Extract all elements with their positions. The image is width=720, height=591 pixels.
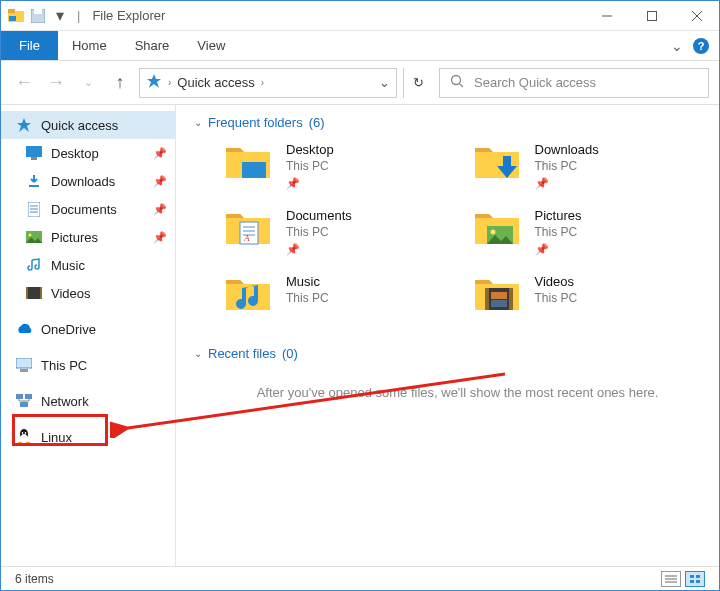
sidebar-item-downloads[interactable]: Downloads 📌 [1, 167, 175, 195]
pin-icon: 📌 [286, 177, 334, 190]
svg-marker-12 [17, 118, 31, 132]
ribbon: File Home Share View ⌄ ? [1, 31, 719, 61]
sidebar-item-pictures[interactable]: Pictures 📌 [1, 223, 175, 251]
tab-share[interactable]: Share [121, 31, 184, 60]
folder-item-pictures[interactable]: Pictures This PC 📌 [473, 208, 702, 256]
sidebar-item-desktop[interactable]: Desktop 📌 [1, 139, 175, 167]
tab-file[interactable]: File [1, 31, 58, 60]
this-pc-icon [15, 356, 33, 374]
folder-item-downloads[interactable]: Downloads This PC 📌 [473, 142, 702, 190]
sidebar-item-this-pc[interactable]: This PC [1, 351, 175, 379]
svg-point-33 [18, 442, 23, 445]
sidebar-item-network[interactable]: Network [1, 387, 175, 415]
search-placeholder: Search Quick access [474, 75, 596, 90]
breadcrumb[interactable]: Quick access [177, 75, 254, 90]
qat-dropdown-icon[interactable]: ▾ [51, 7, 69, 25]
recent-locations-button[interactable]: ⌄ [75, 70, 101, 96]
status-item-count: 6 items [15, 572, 54, 586]
save-icon[interactable] [29, 7, 47, 25]
svg-rect-24 [16, 358, 32, 368]
chevron-right-icon[interactable]: › [261, 77, 264, 88]
svg-rect-2 [9, 16, 16, 21]
folder-location: This PC [286, 159, 334, 173]
folder-desktop-icon [224, 142, 272, 186]
svg-rect-45 [509, 288, 513, 310]
folder-name: Downloads [535, 142, 599, 157]
folder-location: This PC [535, 291, 578, 305]
frequent-folders-grid: Desktop This PC 📌 Downloads This PC 📌 [224, 142, 701, 318]
address-dropdown-icon[interactable]: ⌄ [379, 75, 390, 90]
folder-item-documents[interactable]: A Documents This PC 📌 [224, 208, 453, 256]
section-count: (0) [282, 346, 298, 361]
sidebar-item-quick-access[interactable]: Quick access [1, 111, 175, 139]
svg-rect-53 [690, 580, 694, 583]
main-area: Quick access Desktop 📌 Downloads 📌 Docum… [1, 105, 719, 566]
address-bar: ← → ⌄ ↑ › Quick access › ⌄ ↻ Search Quic… [1, 61, 719, 105]
section-label: Recent files [208, 346, 276, 361]
address-box[interactable]: › Quick access › ⌄ [139, 68, 397, 98]
sidebar-item-label: Desktop [51, 146, 99, 161]
close-button[interactable] [674, 1, 719, 31]
folder-location: This PC [286, 291, 329, 305]
pin-icon: 📌 [153, 147, 167, 160]
details-view-button[interactable] [661, 571, 681, 587]
maximize-button[interactable] [629, 1, 674, 31]
chevron-right-icon[interactable]: › [168, 77, 171, 88]
tab-home[interactable]: Home [58, 31, 121, 60]
sidebar-item-videos[interactable]: Videos [1, 279, 175, 307]
svg-rect-26 [16, 394, 23, 399]
sidebar-item-linux[interactable]: Linux [1, 423, 175, 451]
sidebar-item-label: Videos [51, 286, 91, 301]
svg-rect-22 [26, 287, 28, 299]
svg-rect-13 [26, 146, 42, 157]
svg-rect-46 [491, 292, 507, 299]
videos-icon [25, 284, 43, 302]
up-button[interactable]: ↑ [107, 70, 133, 96]
explorer-icon [7, 7, 25, 25]
svg-rect-14 [31, 157, 37, 160]
recent-files-header[interactable]: ⌄ Recent files (0) [194, 346, 701, 361]
pin-icon: 📌 [153, 231, 167, 244]
folder-downloads-icon [473, 142, 521, 186]
window-controls [584, 1, 719, 31]
search-input[interactable]: Search Quick access [439, 68, 709, 98]
tab-view[interactable]: View [183, 31, 239, 60]
back-button[interactable]: ← [11, 70, 37, 96]
search-icon [450, 74, 464, 91]
sidebar-item-label: Network [41, 394, 89, 409]
pin-icon: 📌 [535, 243, 582, 256]
folder-music-icon [224, 274, 272, 318]
folder-item-desktop[interactable]: Desktop This PC 📌 [224, 142, 453, 190]
quick-access-star-icon [146, 73, 162, 92]
svg-point-31 [22, 432, 24, 434]
network-icon [15, 392, 33, 410]
svg-rect-44 [485, 288, 489, 310]
content-pane: ⌄ Frequent folders (6) Desktop This PC 📌 [176, 105, 719, 566]
sidebar-item-documents[interactable]: Documents 📌 [1, 195, 175, 223]
large-icons-view-button[interactable] [685, 571, 705, 587]
help-icon[interactable]: ? [693, 38, 709, 54]
folder-item-music[interactable]: Music This PC [224, 274, 453, 318]
refresh-button[interactable]: ↻ [403, 68, 433, 98]
pin-icon: 📌 [153, 203, 167, 216]
svg-rect-1 [8, 9, 15, 13]
ribbon-collapse-icon[interactable]: ⌄ [671, 38, 683, 54]
pin-icon: 📌 [286, 243, 352, 256]
svg-point-32 [25, 432, 27, 434]
onedrive-icon [15, 320, 33, 338]
svg-rect-4 [34, 9, 42, 14]
folder-pictures-icon [473, 208, 521, 252]
sidebar-item-music[interactable]: Music [1, 251, 175, 279]
minimize-button[interactable] [584, 1, 629, 31]
navigation-pane: Quick access Desktop 📌 Downloads 📌 Docum… [1, 105, 176, 566]
svg-rect-35 [242, 162, 266, 178]
downloads-icon [25, 172, 43, 190]
forward-button[interactable]: → [43, 70, 69, 96]
frequent-folders-header[interactable]: ⌄ Frequent folders (6) [194, 115, 701, 130]
quick-access-toolbar: ▾ | File Explorer [1, 7, 171, 25]
folder-item-videos[interactable]: Videos This PC [473, 274, 702, 318]
folder-name: Documents [286, 208, 352, 223]
sidebar-item-onedrive[interactable]: OneDrive [1, 315, 175, 343]
svg-text:A: A [243, 233, 250, 243]
svg-rect-27 [25, 394, 32, 399]
